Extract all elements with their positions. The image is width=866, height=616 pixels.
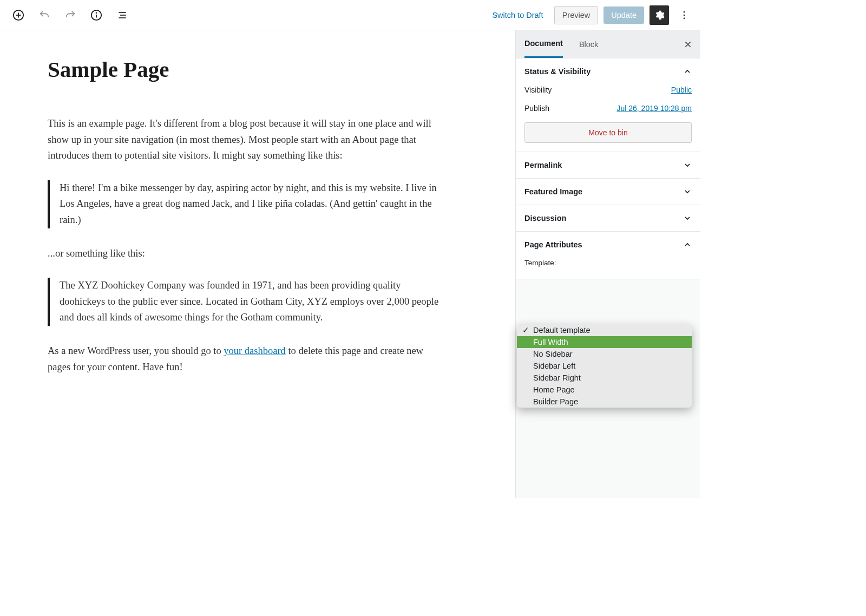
editor-content: Sample Page This is an example page. It'…: [48, 56, 448, 375]
option-label: Full Width: [530, 338, 568, 346]
panel-title: Status & Visibility: [524, 67, 591, 76]
move-to-bin-button[interactable]: Move to bin: [524, 122, 692, 143]
panel-title: Discussion: [524, 214, 566, 222]
tab-document[interactable]: Document: [524, 30, 563, 58]
quote-block[interactable]: The XYZ Doohickey Company was founded in…: [48, 278, 448, 326]
panel-permalink: Permalink: [516, 152, 700, 179]
option-label: Sidebar Left: [530, 362, 575, 370]
dots-vertical-icon: [679, 10, 690, 21]
template-label: Template:: [524, 259, 692, 267]
option-label: No Sidebar: [530, 350, 573, 358]
chevron-up-icon: [683, 67, 692, 76]
more-options-button[interactable]: [674, 5, 694, 25]
publish-label: Publish: [524, 104, 549, 113]
chevron-down-icon: [683, 161, 692, 169]
template-option[interactable]: Builder Page: [517, 396, 692, 408]
panel-header-discussion[interactable]: Discussion: [524, 214, 692, 222]
sidebar-tabs: Document Block: [516, 30, 700, 58]
paragraph-block[interactable]: This is an example page. It's different …: [48, 116, 448, 164]
undo-icon: [38, 9, 50, 21]
topbar: Switch to Draft Preview Update: [0, 0, 700, 30]
text: As a new WordPress user, you should go t…: [48, 345, 224, 356]
svg-point-5: [96, 12, 97, 13]
panel-body: Template:: [524, 259, 692, 267]
template-option[interactable]: ✓Default template: [517, 324, 692, 336]
panel-header-attributes[interactable]: Page Attributes: [524, 240, 692, 249]
chevron-down-icon: [683, 187, 692, 196]
settings-button[interactable]: [650, 5, 669, 25]
panel-header-permalink[interactable]: Permalink: [524, 161, 692, 169]
svg-point-10: [684, 14, 685, 16]
panel-featured-image: Featured Image: [516, 179, 700, 205]
option-label: Builder Page: [530, 397, 578, 406]
topbar-right: Switch to Draft Preview Update: [487, 5, 696, 25]
option-label: Sidebar Right: [530, 373, 581, 382]
template-dropdown[interactable]: ✓Default templateFull WidthNo SidebarSid…: [517, 324, 692, 408]
gear-icon: [654, 10, 665, 21]
panel-title: Featured Image: [524, 187, 582, 196]
panel-title: Permalink: [524, 161, 562, 169]
settings-sidebar: Document Block Status & Visibility Visib…: [515, 30, 700, 498]
template-option[interactable]: Sidebar Right: [517, 372, 692, 384]
row-publish: Publish Jul 26, 2019 10:28 pm: [524, 104, 692, 113]
close-icon: [684, 41, 692, 48]
main: Sample Page This is an example page. It'…: [0, 30, 700, 498]
template-option[interactable]: Full Width: [517, 336, 692, 348]
preview-button[interactable]: Preview: [554, 6, 599, 24]
panel-body: Visibility Public Publish Jul 26, 2019 1…: [524, 86, 692, 143]
paragraph-block[interactable]: As a new WordPress user, you should go t…: [48, 343, 448, 375]
info-button[interactable]: [87, 5, 106, 25]
template-option[interactable]: Home Page: [517, 384, 692, 396]
panel-discussion: Discussion: [516, 205, 700, 232]
outline-button[interactable]: [113, 5, 132, 25]
redo-button[interactable]: [61, 5, 80, 25]
row-visibility: Visibility Public: [524, 86, 692, 94]
switch-to-draft-link[interactable]: Switch to Draft: [487, 6, 548, 24]
template-option[interactable]: No Sidebar: [517, 348, 692, 360]
redo-icon: [64, 9, 76, 21]
add-block-button[interactable]: [9, 5, 28, 25]
chevron-up-icon: [683, 240, 692, 249]
info-icon: [90, 9, 102, 21]
close-sidebar-button[interactable]: [684, 41, 692, 48]
check-icon: ✓: [521, 326, 530, 335]
paragraph-block[interactable]: ...or something like this:: [48, 246, 448, 262]
dashboard-link[interactable]: your dashboard: [224, 345, 286, 356]
panel-page-attributes: Page Attributes Template:: [516, 232, 700, 279]
undo-button[interactable]: [35, 5, 54, 25]
quote-block[interactable]: Hi there! I'm a bike messenger by day, a…: [48, 180, 448, 228]
svg-point-9: [684, 11, 685, 12]
editor-canvas[interactable]: Sample Page This is an example page. It'…: [0, 30, 515, 498]
svg-point-11: [684, 17, 685, 19]
panel-header-status[interactable]: Status & Visibility: [524, 67, 692, 76]
panel-header-featured[interactable]: Featured Image: [524, 187, 692, 196]
visibility-label: Visibility: [524, 86, 552, 94]
chevron-down-icon: [683, 214, 692, 222]
template-option[interactable]: Sidebar Left: [517, 360, 692, 372]
tab-block[interactable]: Block: [579, 31, 598, 57]
list-icon: [117, 10, 128, 21]
publish-value-link[interactable]: Jul 26, 2019 10:28 pm: [616, 104, 692, 113]
visibility-value-link[interactable]: Public: [671, 86, 692, 94]
option-label: Home Page: [530, 385, 575, 394]
option-label: Default template: [530, 326, 591, 335]
panel-title: Page Attributes: [524, 240, 582, 249]
panel-status-visibility: Status & Visibility Visibility Public Pu…: [516, 58, 700, 152]
update-button[interactable]: Update: [603, 6, 644, 24]
page-title[interactable]: Sample Page: [48, 56, 448, 82]
topbar-left: [4, 5, 132, 25]
plus-circle-icon: [12, 9, 24, 21]
